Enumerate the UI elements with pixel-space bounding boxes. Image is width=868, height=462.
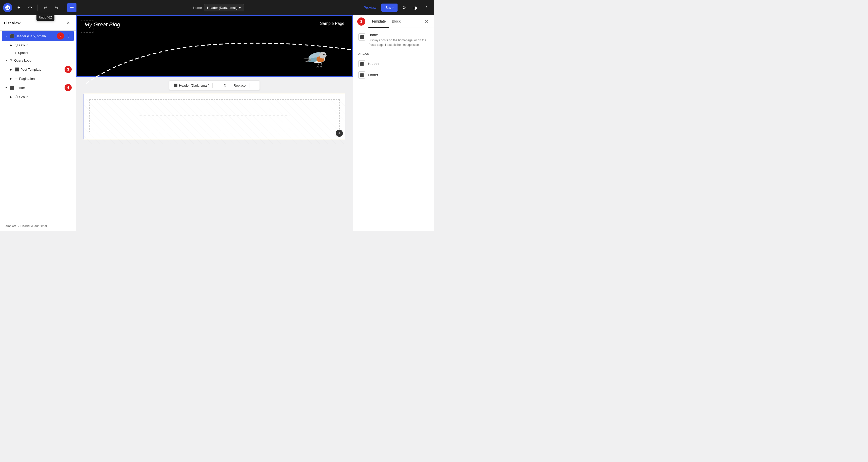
undo-tooltip: Undo ⌘Z <box>36 14 55 21</box>
tree-item-label: Group <box>19 95 72 99</box>
post-template-icon: ⬛ <box>15 67 19 71</box>
sample-page-link: Sample Page <box>320 21 344 26</box>
list-view-button[interactable]: ☰ <box>67 3 76 12</box>
svg-point-6 <box>324 54 324 55</box>
query-loop-icon: ⟳ <box>10 58 13 62</box>
svg-point-5 <box>323 54 325 55</box>
block-toolbar-container: ⬛ Header (Dark, small) ⠿ ⇅ Replace ⋮ <box>76 77 353 94</box>
chevron-down-icon: ▾ <box>4 35 8 37</box>
bird-illustration <box>301 44 332 71</box>
tab-template[interactable]: Template <box>368 15 389 28</box>
home-template-icon: ⬛ <box>358 33 365 40</box>
undo-button[interactable]: ↩ <box>41 3 50 12</box>
template-name: Home <box>368 33 429 37</box>
move-up-down-button[interactable]: ⇅ <box>222 82 229 89</box>
tree-item-label: Query Loop <box>14 59 72 62</box>
area-name-header: Header <box>368 62 379 66</box>
tree-item-label: Header (Dark, small) <box>16 34 56 38</box>
left-sidebar: List View ✕ ▾ ⬛ Header (Dark, small) 2 ⋮… <box>0 15 76 231</box>
tree-item-label: Post Template <box>21 68 63 71</box>
tree-item-header-dark-small[interactable]: ▾ ⬛ Header (Dark, small) 2 ⋮ <box>2 31 74 41</box>
layout-icon: ⬛ <box>10 34 14 38</box>
toolbar-right: Preview Save ⚙ ◑ ⋮ <box>361 3 431 12</box>
right-panel-close-button[interactable]: ✕ <box>423 18 430 25</box>
tree-item-label: Pagination <box>19 77 72 81</box>
header-block[interactable]: My Great Blog Sample Page <box>76 16 352 76</box>
footer-area-icon: ⬛ <box>358 71 365 79</box>
more-options-icon[interactable]: ⋮ <box>422 3 431 12</box>
right-panel-tabs: 1 Template Block ✕ <box>353 15 434 28</box>
canvas-inner: My Great Blog Sample Page <box>76 15 353 231</box>
breadcrumb-current-page: Header (Dark, small) <box>21 224 49 228</box>
pagination-icon: ··· <box>15 76 18 81</box>
tree-item-pagination[interactable]: ▶ ··· Pagination <box>2 75 74 82</box>
add-block-toolbar-button[interactable]: + <box>14 3 23 12</box>
chevron-down-icon: ▾ <box>4 59 8 62</box>
spacer-icon: ↕ <box>15 51 17 55</box>
drag-handle-button[interactable]: ⠿ <box>214 82 221 89</box>
breadcrumb-current[interactable]: Header (Dark, small) ▾ <box>204 4 244 11</box>
redo-button[interactable]: ↪ <box>52 3 61 12</box>
breadcrumb-template[interactable]: Template <box>4 224 17 228</box>
breadcrumb-home[interactable]: Home <box>193 6 202 10</box>
tree-item-label: Spacer <box>18 51 72 55</box>
content-block-inner <box>84 99 345 144</box>
header-block-wrapper[interactable]: My Great Blog Sample Page <box>76 15 353 77</box>
theme-toggle-icon[interactable]: ◑ <box>411 3 420 12</box>
tree-item-footer[interactable]: ▾ ⬛ Footer 4 <box>2 83 74 93</box>
areas-label: AREAS <box>358 52 429 55</box>
preview-button[interactable]: Preview <box>361 4 379 11</box>
top-toolbar: + ✏ ↩ ↪ ☰ Undo ⌘Z Home Header (Dark, sma… <box>0 0 434 15</box>
toolbar-center: Home Header (Dark, small) ▾ <box>79 4 359 11</box>
content-block[interactable]: + <box>84 94 345 139</box>
more-block-options-button[interactable]: ⋮ <box>250 82 257 89</box>
content-area-wrapper: + <box>76 94 353 139</box>
block-toolbar: ⬛ Header (Dark, small) ⠿ ⇅ Replace ⋮ <box>169 81 260 90</box>
tree-item-spacer[interactable]: ▶ ↕ Spacer <box>2 49 74 56</box>
area-item-footer[interactable]: ⬛ Footer <box>358 69 429 81</box>
breadcrumb-separator: › <box>18 224 19 228</box>
main-layout: List View ✕ ▾ ⬛ Header (Dark, small) 2 ⋮… <box>0 15 434 231</box>
template-info: Home Displays posts on the homepage, or … <box>368 33 429 47</box>
wp-logo-button[interactable] <box>3 3 12 12</box>
more-options-icon[interactable]: ⋮ <box>66 33 72 39</box>
group-icon: ⬡ <box>15 95 18 99</box>
tree-item-group-1[interactable]: ▶ ⬡ Group <box>2 41 74 49</box>
chevron-down-icon: ▾ <box>4 86 8 89</box>
template-item-home[interactable]: ⬛ Home Displays posts on the homepage, o… <box>358 33 429 47</box>
tree-item-post-template[interactable]: ▶ ⬛ Post Template 3 <box>2 64 74 74</box>
area-item-header[interactable]: ⬛ Header <box>358 58 429 69</box>
canvas-area[interactable]: My Great Blog Sample Page <box>76 15 353 231</box>
badge-2: 2 <box>57 32 64 39</box>
sidebar-close-button[interactable]: ✕ <box>65 19 72 26</box>
chevron-right-icon: ▶ <box>9 68 13 71</box>
header-area-icon: ⬛ <box>358 60 365 67</box>
logo-placeholder <box>81 20 93 33</box>
replace-button[interactable]: Replace <box>231 83 248 88</box>
edit-button[interactable]: ✏ <box>25 3 34 12</box>
tab-block[interactable]: Block <box>389 15 404 28</box>
save-button[interactable]: Save <box>381 4 398 12</box>
toolbar-divider-2 <box>64 5 64 11</box>
area-name-footer: Footer <box>368 73 378 77</box>
add-block-canvas-button[interactable]: + <box>336 130 343 137</box>
svg-point-4 <box>319 52 327 59</box>
block-toolbar-label: ⬛ Header (Dark, small) <box>172 83 211 88</box>
sidebar-title: List View <box>4 21 21 25</box>
chevron-down-icon: ▾ <box>239 6 241 10</box>
tree-item-query-loop[interactable]: ▾ ⟳ Query Loop <box>2 57 74 64</box>
right-panel-content: ⬛ Home Displays posts on the homepage, o… <box>353 28 434 86</box>
tree-item-label: Footer <box>16 86 63 90</box>
toolbar-sep-3 <box>249 83 249 88</box>
block-icon: ⬛ <box>174 84 178 87</box>
toolbar-divider-1 <box>37 5 38 11</box>
tree-item-group-2[interactable]: ▶ ⬡ Group <box>2 93 74 100</box>
chevron-right-icon: ▶ <box>9 77 13 80</box>
settings-icon[interactable]: ⚙ <box>400 3 409 12</box>
footer-icon: ⬛ <box>10 86 14 90</box>
tree-item-label: Group <box>19 43 72 47</box>
inner-dashed-block <box>89 99 340 132</box>
toolbar-sep-1 <box>212 83 213 88</box>
chevron-right-icon: ▶ <box>9 95 13 98</box>
sidebar-breadcrumb: Template › Header (Dark, small) <box>0 221 76 231</box>
